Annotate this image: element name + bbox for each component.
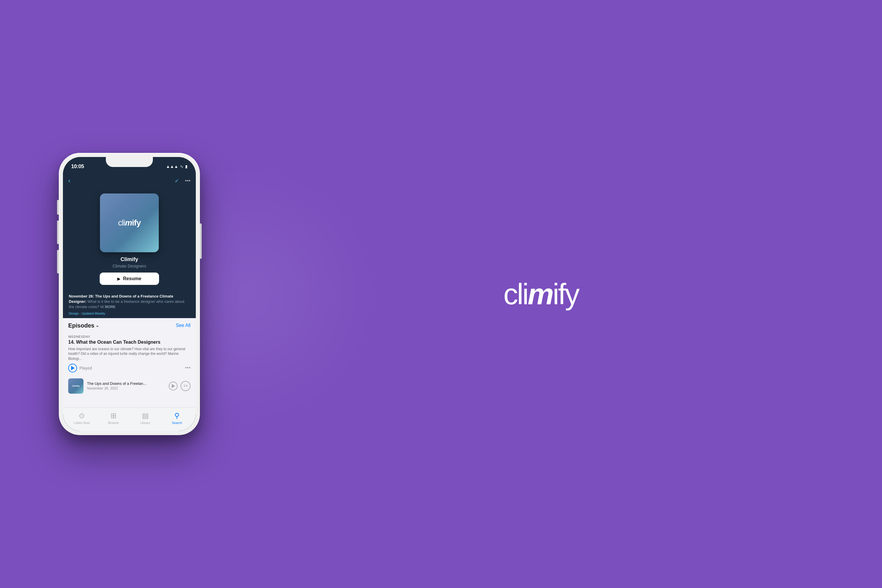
resume-play-icon: ▶ <box>117 276 120 281</box>
resume-button-label: Resume <box>123 276 141 281</box>
episode-more-button[interactable]: ••• <box>185 365 190 371</box>
phone-power-button <box>200 224 202 259</box>
more-label[interactable]: MORE <box>105 305 116 309</box>
listen-now-label: Listen Now <box>74 421 90 424</box>
episode-info: The Ups and Downs of a Freelan... Novemb… <box>87 381 165 390</box>
episodes-title: Episodes ⌄ <box>68 322 99 329</box>
library-label: Library <box>140 421 150 424</box>
episode-row2: climify The Ups and Downs of a Freelan..… <box>63 375 196 397</box>
nav-actions: ✓ ••• <box>175 178 190 184</box>
artwork-section: climify Climify Climate Designers ▶ Resu… <box>63 189 196 294</box>
tab-listen-now[interactable]: ⊙ Listen Now <box>66 412 98 424</box>
description-title: November 26: The Ups and Downs of a Free… <box>69 294 190 310</box>
episodes-header: Episodes ⌄ See All <box>63 318 196 332</box>
brand-logo: climify <box>503 277 578 311</box>
artwork-logo: climify <box>118 218 141 228</box>
episodes-chevron-icon[interactable]: ⌄ <box>96 323 99 328</box>
brand-cli-text: cli <box>503 278 527 310</box>
more-button[interactable]: ••• <box>185 178 190 184</box>
back-button[interactable]: ‹ <box>68 177 70 184</box>
podcast-content: climify Climify Climate Designers ▶ Resu… <box>63 189 196 431</box>
episode2-title: The Ups and Downs of a Freelan... <box>87 381 165 386</box>
episode2-play-button[interactable] <box>169 382 178 390</box>
brand-ify-text: ify <box>553 278 579 310</box>
phone-volume-down-button <box>57 250 59 273</box>
browse-label: Browse <box>108 421 119 424</box>
signal-icon: ▲▲▲ <box>166 164 178 169</box>
episode-day: WEDNESDAY <box>68 335 190 338</box>
episode-item: WEDNESDAY 14. What the Ocean Can Teach D… <box>63 332 196 375</box>
podcast-artwork: climify <box>100 194 159 252</box>
episode-play-row: Played <box>68 364 92 372</box>
description-tags: Design · Updated Weekly <box>69 312 190 315</box>
description-section: November 26: The Ups and Downs of a Free… <box>63 294 196 318</box>
episodes-section: Episodes ⌄ See All WEDNESDAY 14. What th… <box>63 318 196 408</box>
phone-notch <box>106 157 153 167</box>
phone-screen: 10:05 ▲▲▲ ∿ ▮ ‹ ✓ ••• <box>63 157 196 431</box>
check-button[interactable]: ✓ <box>175 178 179 184</box>
browse-icon: ⊞ <box>111 412 116 420</box>
status-icons: ▲▲▲ ∿ ▮ <box>166 164 188 169</box>
episode-actions: Played ••• <box>68 364 190 372</box>
resume-button[interactable]: ▶ Resume <box>100 273 159 285</box>
phone-volume-up-button <box>57 220 59 244</box>
main-layout: 10:05 ▲▲▲ ∿ ▮ ‹ ✓ ••• <box>0 153 882 435</box>
tab-search[interactable]: ⚲ Search <box>161 412 193 424</box>
episode2-actions: 1✕ <box>169 381 190 391</box>
played-status: Played <box>80 366 92 370</box>
status-time: 10:05 <box>71 164 84 170</box>
battery-icon: ▮ <box>185 164 188 169</box>
library-icon: ▤ <box>142 412 149 420</box>
episode2-date: November 26, 2022 <box>87 386 165 390</box>
tab-bar: ⊙ Listen Now ⊞ Browse ▤ Library ⚲ <box>63 408 196 431</box>
phone-outer: 10:05 ▲▲▲ ∿ ▮ ‹ ✓ ••• <box>59 153 200 435</box>
tab-library[interactable]: ▤ Library <box>129 412 161 424</box>
brand-section: climify <box>259 277 823 311</box>
episode2-play-icon <box>172 384 175 388</box>
search-label: Search <box>172 421 182 424</box>
tab-browse[interactable]: ⊞ Browse <box>98 412 129 424</box>
podcast-name: Climify <box>120 256 138 262</box>
play-triangle-icon <box>71 366 75 370</box>
search-icon: ⚲ <box>174 412 180 420</box>
nav-bar: ‹ ✓ ••• <box>63 173 196 189</box>
brand-m-text: m <box>528 278 553 310</box>
wifi-icon: ∿ <box>180 164 183 169</box>
play-button[interactable] <box>68 364 77 372</box>
see-all-button[interactable]: See All <box>176 323 190 328</box>
episode-title: 14. What the Ocean Can Teach Designers <box>68 340 190 345</box>
episode-description: How important are oceans to our climate?… <box>68 346 190 362</box>
podcast-author: Climate Designers <box>112 264 146 268</box>
episode-thumbnail: climify <box>68 378 84 394</box>
playback-speed-button[interactable]: 1✕ <box>180 381 190 391</box>
listen-now-icon: ⊙ <box>79 412 85 420</box>
phone-mockup: 10:05 ▲▲▲ ∿ ▮ ‹ ✓ ••• <box>59 153 200 435</box>
phone-mute-button <box>57 200 59 214</box>
